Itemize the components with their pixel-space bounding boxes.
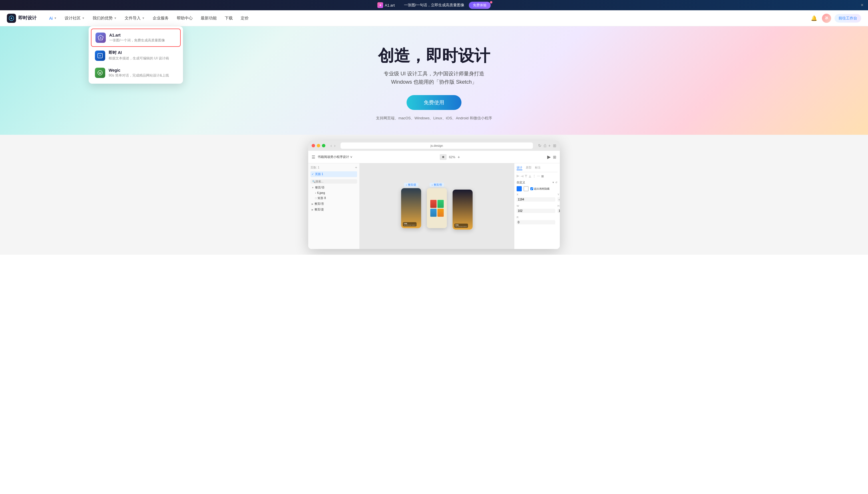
clip-content-checkbox[interactable] [530, 187, 533, 190]
app-sidebar: 页数: 1 + ✓ 页面 1 🔍 ▼ 整页/否 [308, 163, 360, 249]
nav-ai[interactable]: Ai ▼ [46, 14, 60, 22]
nav-import[interactable]: 文件导入 ▼ [121, 14, 148, 22]
banner-product-name: A1.art [385, 3, 395, 7]
align-icon-2[interactable]: ⊣ [521, 174, 524, 178]
nav-enterprise[interactable]: 企业服务 [149, 14, 172, 22]
app-properties-panel: 设计 原型 标注 ⊢ ⊣ ⊤ ⊥ ⋮ ⋯ ⊞ 自定义 ▼ ↺ [514, 163, 560, 249]
nav-import-chevron-icon: ▼ [142, 17, 145, 20]
image-icon: ▪ [315, 192, 316, 194]
nav-ai-chevron-icon: ▼ [54, 17, 57, 20]
top-banner: ✦ A1.art 一张图/一句话，立即生成高质量图像 免费体验 × [0, 0, 868, 10]
traffic-light-yellow[interactable] [317, 144, 320, 147]
align-icon-3[interactable]: ⊤ [525, 174, 527, 178]
x-field: X [517, 193, 555, 202]
nav-help-label: 帮助中心 [177, 16, 193, 21]
page-item[interactable]: ✓ 页面 1 [310, 171, 357, 177]
svg-text:W: W [99, 72, 102, 75]
traffic-light-green[interactable] [322, 144, 325, 147]
r-input[interactable] [517, 220, 555, 225]
layer-item-group3[interactable]: ▶ 整页/是 [310, 207, 357, 212]
user-avatar[interactable]: 冰 [822, 14, 831, 23]
toolbar-play-icon[interactable]: ▶ [547, 154, 550, 159]
layer-item-rect[interactable]: □ 矩形 8 [310, 195, 357, 201]
a1art-content: A1.art 一张图/一个词，免费生成高质量图像 [109, 33, 165, 43]
layer-item-group1[interactable]: ▼ 整页/否 [310, 185, 357, 190]
y-input[interactable] [558, 197, 560, 202]
a1art-icon: A [95, 33, 106, 43]
tab-design[interactable]: 设计 [517, 166, 522, 170]
browser-back-icon[interactable]: ‹ [330, 143, 332, 148]
browser-address-bar[interactable]: js.design [341, 142, 532, 149]
traffic-light-red[interactable] [312, 144, 315, 147]
fill-icon[interactable] [517, 186, 522, 191]
layer-name: 整页/否 [314, 202, 324, 206]
hero-subtitle: 专业级 UI 设计工具，为中国设计师量身打造 Windows 也能用的「协作版 … [384, 70, 484, 86]
tab-prototype[interactable]: 原型 [526, 166, 531, 170]
zoom-value: 62% [449, 155, 455, 159]
wegic-content: Wegic 90s 简单对话，完成精品网站设计&上线 [109, 68, 169, 78]
banner-close-icon[interactable]: × [861, 3, 864, 8]
r-label: R [517, 216, 555, 219]
layer-search-input[interactable] [315, 180, 355, 183]
layer-item-image[interactable]: ▪ 6.jpeg [310, 190, 357, 195]
w-field: W [517, 205, 555, 213]
dropdown-item-wegic[interactable]: W Wegic 90s 简单对话，完成精品网站设计&上线 [91, 64, 181, 81]
toolbar-icon-1[interactable]: ⊕ [440, 154, 447, 160]
a1art-desc: 一张图/一个词，免费生成高质量图像 [109, 38, 165, 43]
nav-pricing[interactable]: 定价 [237, 14, 252, 22]
browser-add-tab-icon[interactable]: + [548, 143, 550, 148]
browser-titlebar: ‹ › js.design ↻ ⎙ + ⊞ [308, 140, 560, 151]
app-canvas[interactable]: ⬦ 整页/是 FIRE BETWEEN A FOREST ⬦ 整页/否 [360, 163, 514, 249]
toolbar-grid-icon[interactable]: ⊞ [553, 155, 556, 159]
dropdown-item-jishi-ai[interactable]: T 即时 AI 根据文本描述，生成可编辑的 UI 设计稿 [91, 47, 181, 64]
browser-address-text: js.design [431, 144, 443, 147]
nav-community[interactable]: 设计社区 ▼ [61, 14, 88, 22]
layer-item-group2[interactable]: ▶ 整页/否 [310, 201, 357, 207]
stroke-icon[interactable] [524, 186, 529, 191]
r-field: R [517, 216, 555, 225]
ai-dropdown: A A1.art 一张图/一个词，免费生成高质量图像 T 即时 AI 根据文本描… [89, 26, 183, 84]
project-name[interactable]: 书籍阅读类小程序设计 ∨ [318, 155, 352, 159]
logo[interactable]: 即时设计 [7, 14, 37, 23]
h-input[interactable] [558, 209, 560, 213]
phone-mockup-3: FIRE BETWEEN A FOREST [453, 190, 473, 230]
hero-cta-button[interactable]: 免费使用 [406, 95, 462, 110]
banner-slogan: 一张图/一句话，立即生成高质量图像 [404, 3, 465, 8]
hero-subtitle-line2: Windows 也能用的「协作版 Sketch」 [391, 79, 477, 85]
opacity-label: 自定义 [517, 180, 525, 185]
notification-bell-icon[interactable]: 🔔 [809, 14, 818, 23]
zoom-in-icon[interactable]: + [457, 155, 460, 159]
banner-cta-button[interactable]: 免费体验 [469, 2, 491, 9]
browser-refresh-icon[interactable]: ↻ [538, 143, 542, 148]
banner-logo-icon: ✦ [377, 2, 383, 8]
nav-advantages[interactable]: 我们的优势 ▼ [89, 14, 120, 22]
hero-subtitle-line1: 专业级 UI 设计工具，为中国设计师量身打造 [384, 71, 484, 77]
distribute-icon[interactable]: ⋯ [537, 174, 540, 178]
workspace-button[interactable]: 前往工作台 [834, 14, 861, 22]
nav-download[interactable]: 下载 [221, 14, 236, 22]
hero-support-text: 支持网页端、macOS、Windows、Linux、iOS、Android 和微… [376, 116, 492, 121]
logo-icon [7, 14, 16, 23]
x-input[interactable] [517, 197, 555, 202]
nav-features[interactable]: 最新功能 [197, 14, 220, 22]
grid-icon[interactable]: ⊞ [541, 174, 544, 178]
nav-help[interactable]: 帮助中心 [173, 14, 196, 22]
expand-icon: ▼ [312, 187, 314, 189]
nav-community-chevron-icon: ▼ [82, 17, 85, 20]
tab-annotation[interactable]: 标注 [535, 166, 541, 170]
align-icon-5[interactable]: ⋮ [532, 174, 536, 178]
opacity-dropdown-icon[interactable]: ▼ ↺ [552, 181, 558, 184]
dropdown-item-a1art[interactable]: A A1.art 一张图/一个词，免费生成高质量图像 [91, 28, 181, 47]
layer-name: 整页/是 [314, 208, 324, 212]
w-input[interactable] [517, 209, 555, 213]
add-page-icon[interactable]: + [355, 166, 357, 170]
browser-sidebar-icon[interactable]: ⊞ [553, 143, 556, 148]
wegic-title: Wegic [109, 68, 169, 73]
browser-share-icon[interactable]: ⎙ [544, 143, 546, 148]
align-icon-1[interactable]: ⊢ [517, 174, 520, 178]
browser-forward-icon[interactable]: › [334, 143, 336, 148]
jishi-icon: T [95, 51, 105, 61]
search-icon: 🔍 [312, 180, 315, 183]
hamburger-icon[interactable]: ☰ [312, 155, 315, 159]
align-icon-4[interactable]: ⊥ [529, 174, 531, 178]
